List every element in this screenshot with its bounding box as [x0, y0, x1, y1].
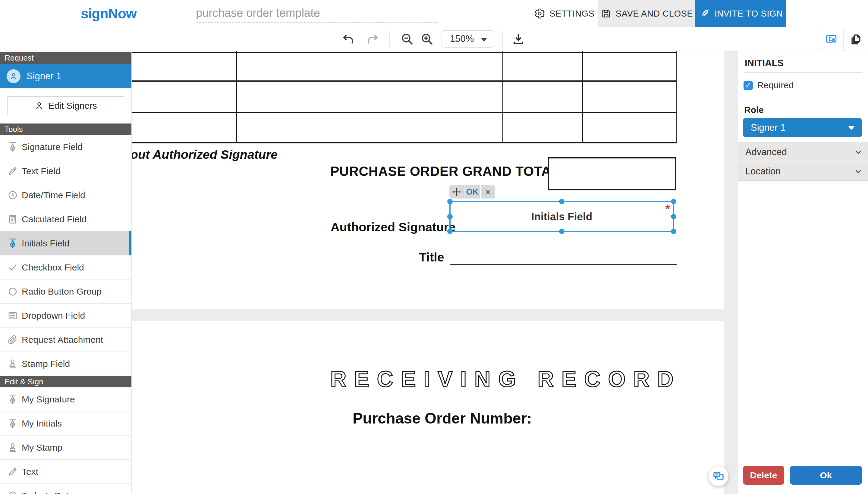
tool-label: My Initials: [22, 418, 62, 429]
location-accordion[interactable]: Location: [738, 162, 868, 181]
initials-field-label: Initials Field: [531, 211, 592, 223]
checkmark-icon: [7, 262, 19, 273]
tool-label: Text Field: [22, 166, 60, 176]
tool-request-attachment[interactable]: Request Attachment: [0, 328, 132, 352]
avatar-person-icon: [7, 69, 20, 83]
resize-handle[interactable]: [447, 214, 453, 219]
role-value: Signer 1: [751, 122, 786, 133]
resize-handle[interactable]: [559, 229, 565, 234]
document-page-2: [132, 321, 724, 494]
zoom-out-icon[interactable]: [400, 32, 414, 46]
pages-button[interactable]: [843, 27, 868, 51]
signer-1-item[interactable]: Signer 1: [0, 64, 132, 88]
move-icon[interactable]: [449, 185, 464, 198]
field-ok-button[interactable]: OK: [464, 185, 480, 198]
tool-stamp-field[interactable]: Stamp Field: [0, 352, 132, 376]
tool-label: Checkbox Field: [22, 262, 84, 272]
divider: [744, 97, 862, 97]
field-settings-button[interactable]: [818, 27, 843, 51]
paperclip-icon: [7, 334, 19, 346]
role-label: Role: [744, 105, 764, 115]
tool-label: My Signature: [22, 394, 75, 404]
tool-my-initials[interactable]: My Initials: [0, 412, 132, 436]
save-and-close-label: SAVE AND CLOSE: [616, 9, 693, 19]
document-canvas[interactable]: out Authorized Signature PURCHASE ORDER …: [132, 51, 738, 494]
clock-icon: [7, 189, 19, 201]
edit-sign-section-header: Edit & Sign: [0, 376, 132, 387]
chat-icon: [713, 470, 724, 482]
chevron-down-icon: [854, 167, 863, 176]
title-label: Title: [419, 250, 444, 264]
fields-sidebar: Request Signer 1 Edit Signers Tools Sign…: [0, 51, 132, 494]
required-label: Required: [757, 80, 794, 90]
tool-radio-button-group[interactable]: Radio Button Group: [0, 280, 132, 304]
tool-label: Request Attachment: [22, 335, 103, 345]
tool-label: Text: [22, 467, 38, 477]
tool-label: Calculated Field: [22, 214, 87, 224]
field-close-button[interactable]: ×: [481, 185, 495, 198]
edit-signers-button[interactable]: Edit Signers: [7, 96, 124, 115]
resize-handle[interactable]: [559, 199, 565, 204]
undo-icon[interactable]: [341, 32, 356, 46]
role-select[interactable]: Signer 1: [743, 118, 862, 137]
tool-dropdown-field[interactable]: Dropdown Field: [0, 304, 132, 328]
invite-to-sign-button[interactable]: INVITE TO SIGN: [695, 0, 786, 27]
tool-my-stamp[interactable]: My Stamp: [0, 436, 132, 460]
divider: [744, 72, 862, 73]
tool-signature-field[interactable]: Signature Field: [0, 135, 132, 159]
receiving-record-heading: RECEIVING RECORD: [330, 366, 681, 392]
zoom-level-select[interactable]: 150%: [442, 30, 494, 48]
resize-handle[interactable]: [671, 214, 676, 219]
location-label: Location: [745, 166, 781, 177]
tool-datetime-field[interactable]: Date/Time Field: [0, 183, 132, 207]
resize-handle[interactable]: [671, 229, 676, 234]
field-settings-icon: [825, 32, 838, 45]
grand-total-label: PURCHASE ORDER GRAND TOTAL: [330, 164, 559, 179]
clipped-authorized-signature-text: out Authorized Signature: [132, 148, 278, 162]
tools-section-header: Tools: [0, 124, 132, 135]
settings-label: SETTINGS: [550, 9, 594, 19]
tool-initials-field[interactable]: Initials Field: [0, 231, 132, 255]
zoom-level-value: 150%: [450, 34, 474, 44]
toolbar-divider: [502, 31, 503, 47]
chat-button[interactable]: [708, 466, 728, 486]
required-checkbox[interactable]: ✓: [743, 81, 753, 90]
invite-to-sign-label: INVITE TO SIGN: [715, 9, 783, 19]
tool-label: Signature Field: [22, 142, 82, 152]
resize-handle[interactable]: [671, 199, 676, 204]
signer-1-label: Signer 1: [26, 71, 61, 82]
floppy-save-icon: [601, 8, 611, 19]
redo-icon[interactable]: [365, 32, 380, 46]
tool-checkbox-field[interactable]: Checkbox Field: [0, 255, 132, 280]
tool-my-signature[interactable]: My Signature: [0, 387, 132, 412]
authorized-signature-label: Authorized Signature: [331, 220, 456, 234]
tool-text-field[interactable]: Text Field: [0, 159, 132, 183]
resize-handle[interactable]: [447, 199, 453, 204]
required-checkbox-row: ✓ Required: [743, 80, 794, 90]
tool-label: Dropdown Field: [22, 310, 85, 321]
tool-todays-date[interactable]: Today's Date: [0, 484, 132, 494]
pen-nib-icon: [7, 417, 19, 430]
tool-text[interactable]: Text: [0, 460, 132, 484]
person-icon: [34, 101, 44, 111]
pencil-icon: [7, 466, 19, 478]
save-and-close-button[interactable]: SAVE AND CLOSE: [598, 0, 695, 27]
stamp-icon: [7, 442, 19, 454]
initials-field-widget[interactable]: Initials Field *: [449, 201, 674, 232]
download-icon[interactable]: [511, 32, 525, 46]
grand-total-box: [548, 157, 676, 190]
tool-calculated-field[interactable]: Calculated Field: [0, 207, 132, 231]
resize-handle[interactable]: [447, 229, 453, 234]
signnow-logo: signNow: [81, 0, 136, 27]
advanced-accordion[interactable]: Advanced: [738, 142, 868, 162]
zoom-in-icon[interactable]: [420, 32, 434, 46]
tool-label: Initials Field: [22, 238, 69, 248]
caret-down-icon: [848, 126, 855, 130]
field-mini-toolbar: OK ×: [449, 185, 495, 198]
delete-button[interactable]: Delete: [743, 466, 784, 484]
copy-pages-icon: [849, 32, 863, 45]
ok-button[interactable]: Ok: [790, 466, 862, 484]
document-title-input[interactable]: purchase order template: [196, 4, 438, 23]
settings-button[interactable]: SETTINGS: [533, 0, 595, 27]
field-properties-panel: INITIALS ✓ Required Role Signer 1 Advanc…: [738, 51, 868, 494]
